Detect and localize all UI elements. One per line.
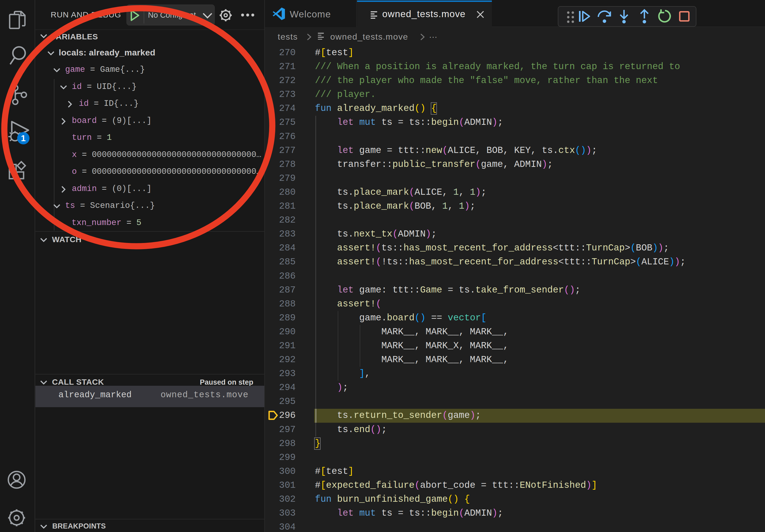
svg-text:1: 1	[21, 133, 26, 143]
